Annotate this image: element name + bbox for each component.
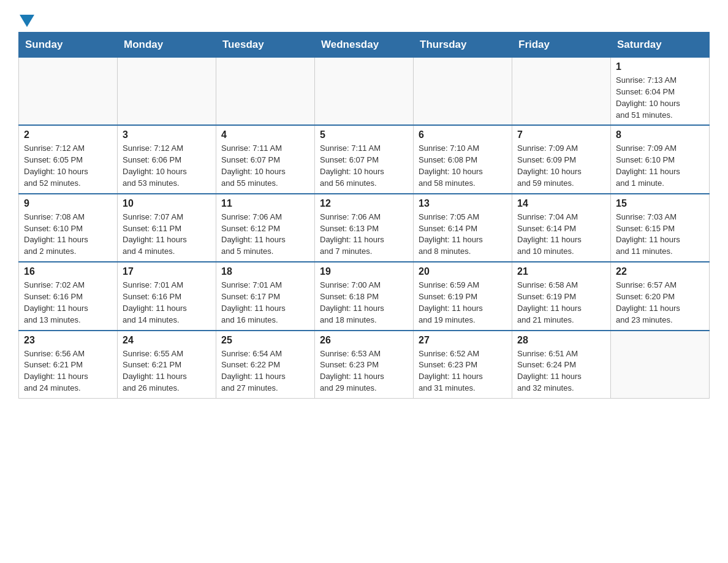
calendar-cell: 4Sunrise: 7:11 AMSunset: 6:07 PMDaylight… [216,125,315,193]
calendar-cell: 23Sunrise: 6:56 AMSunset: 6:21 PMDayligh… [19,331,118,399]
calendar-week-row: 9Sunrise: 7:08 AMSunset: 6:10 PMDaylight… [19,194,710,262]
calendar-cell: 22Sunrise: 6:57 AMSunset: 6:20 PMDayligh… [611,262,710,330]
day-number: 20 [419,266,507,277]
day-of-week-header: Sunday [19,33,118,58]
calendar-week-row: 16Sunrise: 7:02 AMSunset: 6:16 PMDayligh… [19,262,710,330]
calendar-week-row: 23Sunrise: 6:56 AMSunset: 6:21 PMDayligh… [19,331,710,399]
day-number: 4 [221,129,309,140]
day-of-week-header: Saturday [611,33,710,58]
day-info: Sunrise: 6:52 AMSunset: 6:23 PMDaylight:… [419,348,507,394]
day-of-week-header: Wednesday [315,33,414,58]
day-info: Sunrise: 7:08 AMSunset: 6:10 PMDaylight:… [24,212,112,258]
day-info: Sunrise: 7:04 AMSunset: 6:14 PMDaylight:… [517,212,605,258]
day-number: 19 [320,266,408,277]
calendar-week-row: 1Sunrise: 7:13 AMSunset: 6:04 PMDaylight… [19,58,710,126]
day-info: Sunrise: 7:12 AMSunset: 6:06 PMDaylight:… [123,143,211,189]
day-number: 14 [517,198,605,209]
calendar-cell: 21Sunrise: 6:58 AMSunset: 6:19 PMDayligh… [512,262,611,330]
day-info: Sunrise: 7:01 AMSunset: 6:17 PMDaylight:… [221,280,309,326]
day-info: Sunrise: 7:09 AMSunset: 6:10 PMDaylight:… [616,143,704,189]
calendar-cell: 11Sunrise: 7:06 AMSunset: 6:12 PMDayligh… [216,194,315,262]
day-number: 28 [517,335,605,346]
day-of-week-header: Thursday [414,33,512,58]
day-info: Sunrise: 7:00 AMSunset: 6:18 PMDaylight:… [320,280,408,326]
calendar-cell: 17Sunrise: 7:01 AMSunset: 6:16 PMDayligh… [118,262,216,330]
day-info: Sunrise: 7:11 AMSunset: 6:07 PMDaylight:… [221,143,309,189]
calendar-cell [512,58,611,126]
calendar-cell: 3Sunrise: 7:12 AMSunset: 6:06 PMDaylight… [118,125,216,193]
calendar-cell [216,58,315,126]
day-of-week-header: Monday [118,33,216,58]
day-info: Sunrise: 6:56 AMSunset: 6:21 PMDaylight:… [24,348,112,394]
day-info: Sunrise: 6:51 AMSunset: 6:24 PMDaylight:… [517,348,605,394]
day-info: Sunrise: 6:53 AMSunset: 6:23 PMDaylight:… [320,348,408,394]
calendar-cell: 24Sunrise: 6:55 AMSunset: 6:21 PMDayligh… [118,331,216,399]
calendar-cell: 25Sunrise: 6:54 AMSunset: 6:22 PMDayligh… [216,331,315,399]
day-info: Sunrise: 7:12 AMSunset: 6:05 PMDaylight:… [24,143,112,189]
day-info: Sunrise: 7:13 AMSunset: 6:04 PMDaylight:… [616,75,704,121]
day-info: Sunrise: 7:01 AMSunset: 6:16 PMDaylight:… [123,280,211,326]
day-info: Sunrise: 7:06 AMSunset: 6:13 PMDaylight:… [320,212,408,258]
calendar-cell: 15Sunrise: 7:03 AMSunset: 6:15 PMDayligh… [611,194,710,262]
day-info: Sunrise: 7:10 AMSunset: 6:08 PMDaylight:… [419,143,507,189]
day-info: Sunrise: 7:03 AMSunset: 6:15 PMDaylight:… [616,212,704,258]
day-number: 21 [517,266,605,277]
calendar-table: SundayMondayTuesdayWednesdayThursdayFrid… [18,32,710,399]
calendar-header-row: SundayMondayTuesdayWednesdayThursdayFrid… [19,33,710,58]
day-number: 23 [24,335,112,346]
calendar-cell: 7Sunrise: 7:09 AMSunset: 6:09 PMDaylight… [512,125,611,193]
day-number: 26 [320,335,408,346]
calendar-cell: 14Sunrise: 7:04 AMSunset: 6:14 PMDayligh… [512,194,611,262]
day-number: 5 [320,129,408,140]
day-info: Sunrise: 6:57 AMSunset: 6:20 PMDaylight:… [616,280,704,326]
day-number: 16 [24,266,112,277]
day-number: 3 [123,129,211,140]
day-info: Sunrise: 7:09 AMSunset: 6:09 PMDaylight:… [517,143,605,189]
day-number: 2 [24,129,112,140]
day-of-week-header: Friday [512,33,611,58]
day-info: Sunrise: 7:06 AMSunset: 6:12 PMDaylight:… [221,212,309,258]
day-number: 7 [517,129,605,140]
day-number: 12 [320,198,408,209]
day-info: Sunrise: 7:11 AMSunset: 6:07 PMDaylight:… [320,143,408,189]
calendar-cell: 19Sunrise: 7:00 AMSunset: 6:18 PMDayligh… [315,262,414,330]
calendar-cell: 5Sunrise: 7:11 AMSunset: 6:07 PMDaylight… [315,125,414,193]
calendar-cell [414,58,512,126]
day-info: Sunrise: 6:59 AMSunset: 6:19 PMDaylight:… [419,280,507,326]
calendar-cell [118,58,216,126]
calendar-cell [19,58,118,126]
day-info: Sunrise: 7:05 AMSunset: 6:14 PMDaylight:… [419,212,507,258]
day-number: 8 [616,129,704,140]
day-number: 9 [24,198,112,209]
day-number: 27 [419,335,507,346]
day-number: 25 [221,335,309,346]
calendar-cell [611,331,710,399]
day-info: Sunrise: 6:58 AMSunset: 6:19 PMDaylight:… [517,280,605,326]
calendar-cell: 13Sunrise: 7:05 AMSunset: 6:14 PMDayligh… [414,194,512,262]
page-header [18,12,710,26]
day-info: Sunrise: 6:55 AMSunset: 6:21 PMDaylight:… [123,348,211,394]
calendar-cell: 12Sunrise: 7:06 AMSunset: 6:13 PMDayligh… [315,194,414,262]
day-number: 15 [616,198,704,209]
day-number: 13 [419,198,507,209]
calendar-cell: 28Sunrise: 6:51 AMSunset: 6:24 PMDayligh… [512,331,611,399]
day-info: Sunrise: 7:02 AMSunset: 6:16 PMDaylight:… [24,280,112,326]
calendar-cell: 18Sunrise: 7:01 AMSunset: 6:17 PMDayligh… [216,262,315,330]
calendar-cell: 2Sunrise: 7:12 AMSunset: 6:05 PMDaylight… [19,125,118,193]
day-number: 1 [616,61,704,72]
day-number: 10 [123,198,211,209]
calendar-cell: 20Sunrise: 6:59 AMSunset: 6:19 PMDayligh… [414,262,512,330]
logo [18,12,34,26]
logo-triangle-icon [20,15,34,27]
day-number: 6 [419,129,507,140]
calendar-cell: 8Sunrise: 7:09 AMSunset: 6:10 PMDaylight… [611,125,710,193]
calendar-cell: 6Sunrise: 7:10 AMSunset: 6:08 PMDaylight… [414,125,512,193]
calendar-cell: 16Sunrise: 7:02 AMSunset: 6:16 PMDayligh… [19,262,118,330]
calendar-cell: 27Sunrise: 6:52 AMSunset: 6:23 PMDayligh… [414,331,512,399]
day-number: 11 [221,198,309,209]
day-number: 17 [123,266,211,277]
day-of-week-header: Tuesday [216,33,315,58]
day-info: Sunrise: 6:54 AMSunset: 6:22 PMDaylight:… [221,348,309,394]
calendar-cell: 9Sunrise: 7:08 AMSunset: 6:10 PMDaylight… [19,194,118,262]
calendar-cell [315,58,414,126]
